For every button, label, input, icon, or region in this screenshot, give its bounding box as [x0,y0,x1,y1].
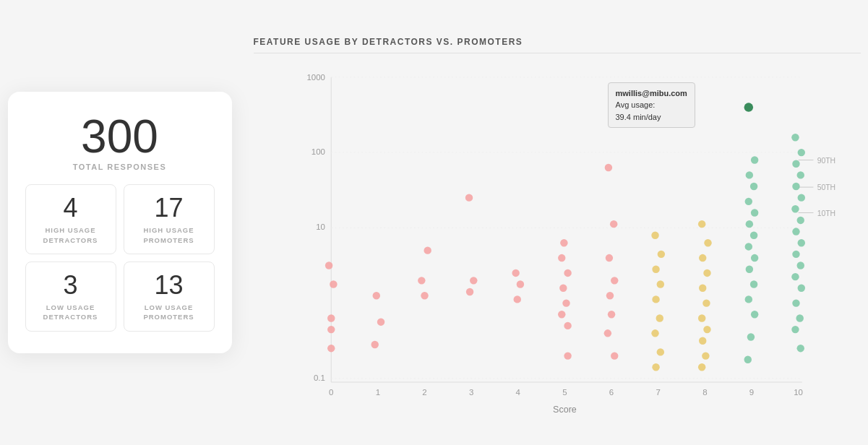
svg-point-62 [657,250,664,257]
svg-point-84 [749,182,757,189]
svg-point-30 [327,314,335,321]
svg-point-94 [750,311,757,318]
svg-point-71 [704,239,711,246]
svg-point-98 [797,148,804,155]
total-label: TOTAL RESPONSES [73,163,166,171]
svg-point-92 [749,280,757,288]
svg-point-36 [418,277,425,284]
svg-point-42 [512,269,519,276]
svg-point-50 [564,321,571,329]
svg-text:0: 0 [329,387,333,396]
svg-point-89 [744,243,752,250]
svg-point-37 [424,246,431,254]
svg-point-70 [697,220,705,227]
svg-point-38 [421,291,428,298]
svg-point-56 [611,277,618,284]
svg-point-95 [747,333,754,340]
tooltip-box: mwillis@mibu.com Avg usage: 39.4 min/day [608,82,695,129]
stat-box-low-detractors: 3 LOW USAGEDETRACTORS [25,262,116,332]
svg-point-87 [745,220,752,227]
svg-text:7: 7 [656,387,660,396]
svg-point-114 [796,344,804,351]
svg-text:90TH: 90TH [817,156,835,164]
svg-point-63 [652,265,659,272]
svg-point-81 [744,103,753,112]
svg-point-108 [796,262,804,269]
svg-point-77 [703,325,710,332]
svg-point-41 [465,288,473,295]
svg-point-55 [605,254,612,261]
svg-point-111 [792,299,799,306]
svg-point-51 [560,239,567,246]
stat-box-high-promoters: 17 HIGH USAGEPROMOTERS [124,184,215,254]
svg-text:100: 100 [311,147,325,156]
svg-point-46 [564,269,571,276]
svg-point-100 [796,171,804,178]
svg-point-78 [699,337,706,344]
svg-text:2: 2 [422,387,426,396]
svg-text:Score: Score [553,404,577,414]
svg-point-35 [372,291,379,298]
svg-text:4: 4 [515,387,520,396]
tooltip-email: mwillis@mibu.com [616,87,687,100]
svg-point-99 [792,160,799,167]
svg-point-29 [327,325,335,332]
tooltip-line2: 39.4 min/day [616,111,687,124]
svg-point-32 [325,262,332,269]
svg-point-86 [750,209,757,216]
svg-point-64 [656,280,663,288]
svg-point-47 [559,284,567,291]
chart-svg: 1000 100 10 0.1 0 1 2 3 4 5 [254,62,861,416]
stat-box-low-promoters: 13 LOW USAGEPROMOTERS [124,262,215,332]
stat-label-low-promoters: LOW USAGEPROMOTERS [143,303,194,322]
svg-point-60 [611,352,618,359]
svg-point-101 [792,182,799,189]
svg-point-53 [604,163,611,170]
svg-point-83 [745,171,752,178]
svg-point-74 [699,284,706,291]
svg-point-90 [750,254,757,261]
svg-point-110 [797,284,804,291]
svg-point-106 [797,239,804,246]
svg-point-93 [744,295,752,303]
svg-point-43 [516,280,523,288]
svg-point-109 [791,272,799,280]
svg-text:9: 9 [749,387,753,396]
svg-point-82 [750,156,757,163]
total-block: 300 TOTAL RESPONSES [73,113,166,171]
svg-point-103 [791,205,799,212]
svg-point-61 [651,231,658,238]
svg-text:6: 6 [609,387,613,396]
svg-point-49 [558,311,565,318]
stat-number-high-detractors: 4 [63,195,77,221]
total-number: 300 [81,113,158,160]
svg-point-40 [470,277,477,284]
svg-text:8: 8 [702,387,707,396]
chart-panel: FEATURE USAGE BY DETRACTORS VS. PROMOTER… [254,30,861,416]
svg-point-52 [564,352,571,359]
stat-number-high-promoters: 17 [154,195,183,221]
svg-point-107 [792,250,799,257]
svg-point-76 [697,314,705,321]
svg-point-31 [330,280,337,288]
stats-grid: 4 HIGH USAGEDETRACTORS 17 HIGH USAGEPROM… [25,184,215,331]
svg-text:0.1: 0.1 [313,373,325,382]
svg-text:10: 10 [316,222,325,231]
stat-label-high-detractors: HIGH USAGEDETRACTORS [43,225,98,245]
stat-label-low-detractors: LOW USAGEDETRACTORS [43,303,98,322]
svg-point-67 [651,329,658,337]
svg-point-58 [607,311,614,318]
svg-point-112 [796,314,803,321]
svg-point-39 [465,194,472,201]
chart-title: FEATURE USAGE BY DETRACTORS VS. PROMOTER… [254,37,861,53]
svg-point-91 [745,265,752,272]
tooltip-line1: Avg usage: [616,99,687,111]
svg-point-97 [791,134,799,141]
svg-point-65 [652,295,659,303]
svg-point-102 [797,194,804,201]
svg-point-69 [652,363,659,371]
stat-label-high-promoters: HIGH USAGEPROMOTERS [143,225,194,245]
svg-point-80 [697,363,705,371]
svg-point-72 [699,254,706,261]
chart-area: mwillis@mibu.com Avg usage: 39.4 min/day… [254,62,861,416]
